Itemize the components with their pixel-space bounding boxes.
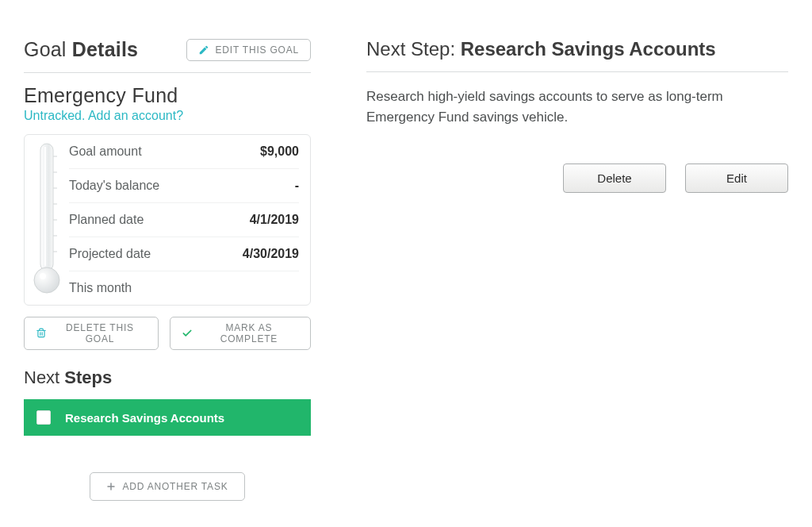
- delete-step-label: Delete: [597, 171, 631, 185]
- planned-date-label: Planned date: [69, 203, 144, 237]
- edit-goal-button[interactable]: EDIT THIS GOAL: [186, 39, 311, 61]
- page-title: Goal Details: [24, 38, 138, 61]
- goal-name: Emergency Fund: [24, 84, 311, 107]
- thermometer-icon: [31, 140, 63, 300]
- task-label: Research Savings Accounts: [65, 411, 224, 425]
- next-steps-heading: Next Steps: [24, 367, 311, 388]
- next-step-description: Research high-yield savings accounts to …: [366, 87, 788, 129]
- goal-amount-value: $9,000: [260, 144, 299, 159]
- today-balance-label: Today's balance: [69, 169, 159, 202]
- svg-rect-1: [44, 147, 46, 266]
- goal-amount-label: Goal amount: [69, 135, 142, 168]
- next-steps-prefix: Next: [24, 367, 64, 387]
- projected-date-label: Projected date: [69, 237, 151, 271]
- mark-complete-button[interactable]: MARK AS COMPLETE: [170, 317, 311, 350]
- planned-date-value: 4/1/2019: [250, 213, 299, 227]
- summary-row-goal-amount: Goal amount $9,000: [69, 135, 299, 169]
- task-item[interactable]: Research Savings Accounts: [24, 399, 311, 436]
- trash-icon: [36, 328, 47, 339]
- next-step-prefix: Next Step:: [366, 38, 461, 60]
- check-icon: [182, 328, 193, 339]
- untracked-link[interactable]: Untracked. Add an account?: [24, 109, 183, 123]
- next-steps-bold: Steps: [64, 367, 112, 387]
- today-balance-value: -: [295, 179, 299, 193]
- svg-point-9: [34, 267, 59, 293]
- page-title-bold: Details: [72, 38, 138, 60]
- summary-row-this-month: This month: [69, 271, 299, 305]
- delete-step-button[interactable]: Delete: [563, 163, 666, 193]
- edit-step-label: Edit: [726, 171, 747, 185]
- delete-goal-button[interactable]: DELETE THIS GOAL: [24, 317, 159, 350]
- pencil-icon: [198, 44, 209, 56]
- projected-date-value: 4/30/2019: [243, 247, 299, 261]
- this-month-label: This month: [69, 271, 132, 305]
- goal-summary-card: Goal amount $9,000 Today's balance - Pla…: [24, 134, 311, 306]
- add-task-button[interactable]: ADD ANOTHER TASK: [90, 472, 244, 501]
- svg-rect-11: [38, 331, 44, 337]
- summary-row-planned-date: Planned date 4/1/2019: [69, 203, 299, 237]
- summary-row-today-balance: Today's balance -: [69, 169, 299, 203]
- task-checkbox[interactable]: [36, 410, 51, 425]
- add-task-label: ADD ANOTHER TASK: [122, 481, 228, 492]
- summary-row-projected-date: Projected date 4/30/2019: [69, 237, 299, 271]
- mark-complete-label: MARK AS COMPLETE: [199, 322, 299, 344]
- next-step-name: Research Savings Accounts: [461, 38, 716, 60]
- edit-step-button[interactable]: Edit: [685, 163, 788, 193]
- delete-goal-label: DELETE THIS GOAL: [53, 322, 147, 344]
- svg-rect-0: [40, 144, 53, 271]
- goal-details-header: Goal Details EDIT THIS GOAL: [24, 38, 311, 73]
- plus-icon: [106, 482, 116, 491]
- page-title-prefix: Goal: [24, 38, 72, 60]
- svg-point-10: [40, 273, 46, 279]
- edit-goal-label: EDIT THIS GOAL: [216, 44, 299, 56]
- next-step-header: Next Step: Research Savings Accounts: [366, 38, 788, 72]
